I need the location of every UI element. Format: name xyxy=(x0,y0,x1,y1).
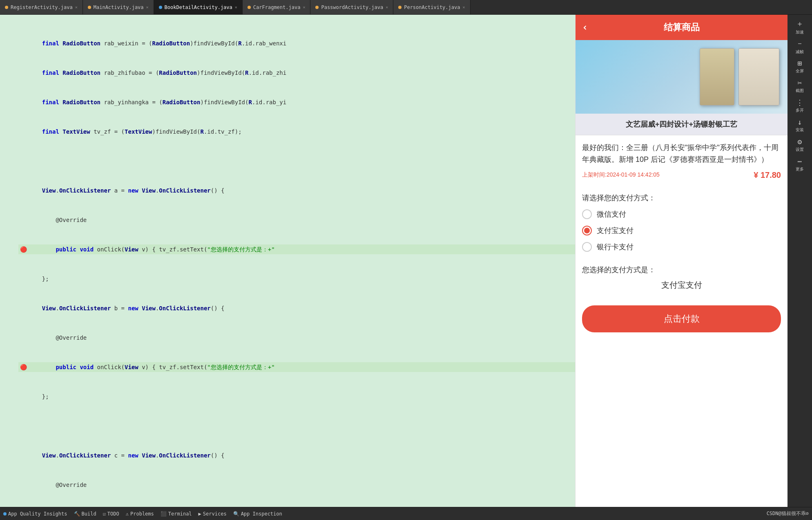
tab-person[interactable]: PersonActivity.java ✕ xyxy=(393,0,470,14)
tab-dot xyxy=(398,6,402,9)
tab-close[interactable]: ✕ xyxy=(75,5,78,9)
book-date: 上架时间:2024-01-09 14:42:05 xyxy=(582,171,660,179)
sidebar-screenshot-icon[interactable]: ✂ 截图 xyxy=(790,77,810,95)
sidebar-settings-icon[interactable]: ⚙ 设置 xyxy=(790,136,810,154)
tab-label: CarFragment.java xyxy=(253,4,301,10)
status-terminal[interactable]: ⬛ Terminal xyxy=(161,511,192,517)
book-info: 最好的我们：全三册（八月长安"振华中学"系列代表作，十周年典藏版。新增 10P … xyxy=(576,135,787,193)
selected-payment-value: 支付宝支付 xyxy=(582,278,781,292)
tab-bookdetail[interactable]: BookDetailActivity.java ✕ xyxy=(154,0,243,14)
app-inspection-icon: 🔍 xyxy=(233,511,239,517)
tab-label: BookDetailActivity.java xyxy=(165,4,232,10)
tab-close[interactable]: ✕ xyxy=(303,5,305,9)
tab-label: PersonActivity.java xyxy=(404,4,460,10)
payment-title: 请选择您的支付方式： xyxy=(582,193,781,203)
radio-inner-alipay xyxy=(584,228,590,233)
book-title: 最好的我们：全三册（八月长安"振华中学"系列代表作，十周年典藏版。新增 10P … xyxy=(582,142,781,166)
selected-payment-area: 您选择的支付方式是： 支付宝支付 xyxy=(576,265,787,299)
phone-header: ‹ 结算商品 xyxy=(576,15,787,40)
sidebar-fullscreen-icon[interactable]: ⊞ 全屏 xyxy=(790,57,810,75)
status-build-label: Build xyxy=(82,511,96,517)
csdn-label: CSDN@猫叔很不乖⊘ xyxy=(767,510,809,517)
tab-dot xyxy=(315,6,319,9)
phone-panel: ‹ 结算商品 文艺届威+四封设计+汤镖射银工艺 最好的我们：全三册（八月长安"振… xyxy=(575,15,787,507)
payment-label-alipay: 支付宝支付 xyxy=(597,226,634,235)
sidebar-multiopen-icon[interactable]: ⋮ 多开 xyxy=(790,96,810,114)
tab-main[interactable]: MainActivity.java ✕ xyxy=(83,0,154,14)
tab-dot xyxy=(5,6,8,9)
todo-icon: ☑ xyxy=(103,511,106,517)
book-cover-primary xyxy=(738,48,779,105)
status-services-label: Services xyxy=(203,511,227,517)
radio-bank[interactable] xyxy=(582,242,592,252)
payment-label-bank: 银行卡支付 xyxy=(597,242,634,252)
payment-section: 请选择您的支付方式： 微信支付 支付宝支付 银行卡支付 xyxy=(576,193,787,265)
services-icon: ▶ xyxy=(199,511,201,517)
back-button[interactable]: ‹ xyxy=(582,22,588,33)
tab-close[interactable]: ✕ xyxy=(462,5,465,9)
tab-close[interactable]: ✕ xyxy=(146,5,149,9)
book-price: ¥ 17.80 xyxy=(754,170,781,180)
tab-close[interactable]: ✕ xyxy=(386,5,388,9)
status-problems[interactable]: ⚠ Problems xyxy=(126,511,154,517)
status-bar: App Quality Insights 🔨 Build ☑ TODO ⚠ Pr… xyxy=(0,507,812,520)
sidebar-more-icon[interactable]: ⋯ 更多 xyxy=(790,155,810,173)
sidebar-add-icon[interactable]: ＋ 加速 xyxy=(790,18,810,36)
tab-label: MainActivity.java xyxy=(94,4,144,10)
terminal-icon: ⬛ xyxy=(161,511,167,517)
tab-dot xyxy=(248,6,251,9)
code-lines: final RadioButton rab_weixin = (RadioBut… xyxy=(18,19,575,507)
status-app-quality[interactable]: App Quality Insights xyxy=(3,511,67,517)
status-todo[interactable]: ☑ TODO xyxy=(103,511,119,517)
tab-bar: RegisterActivity.java ✕ MainActivity.jav… xyxy=(0,0,812,15)
tab-close[interactable]: ✕ xyxy=(235,5,237,9)
book-meta: 上架时间:2024-01-09 14:42:05 ¥ 17.80 xyxy=(582,170,781,180)
tab-car[interactable]: CarFragment.java ✕ xyxy=(243,0,311,14)
build-icon: 🔨 xyxy=(74,511,80,517)
tab-dot xyxy=(159,6,162,9)
book-cover-secondary xyxy=(700,48,734,105)
payment-option-weixin[interactable]: 微信支付 xyxy=(582,209,781,219)
status-app-inspection[interactable]: 🔍 App Inspection xyxy=(233,511,282,517)
problems-icon: ⚠ xyxy=(126,511,129,517)
status-dot xyxy=(3,512,7,516)
status-services[interactable]: ▶ Services xyxy=(199,511,227,517)
right-sidebar: ＋ 加速 － 减帧 ⊞ 全屏 ✂ 截图 ⋮ 多开 ↓ 安装 ⚙ 设置 ⋯ 更多 xyxy=(787,15,812,507)
selected-payment-title: 您选择的支付方式是： xyxy=(582,265,781,275)
status-app-inspection-label: App Inspection xyxy=(241,511,282,517)
radio-weixin[interactable] xyxy=(582,209,592,219)
tab-label: RegisterActivity.java xyxy=(11,4,73,10)
status-problems-label: Problems xyxy=(130,511,154,517)
csdn-watermark: CSDN@猫叔很不乖⊘ xyxy=(767,510,809,517)
code-content: final RadioButton rab_weixin = (RadioBut… xyxy=(0,15,575,507)
header-title: 结算商品 xyxy=(664,21,700,34)
payment-option-bank[interactable]: 银行卡支付 xyxy=(582,242,781,252)
status-terminal-label: Terminal xyxy=(168,511,192,517)
pay-button[interactable]: 点击付款 xyxy=(582,305,781,332)
status-build[interactable]: 🔨 Build xyxy=(74,511,96,517)
code-editor: final RadioButton rab_weixin = (RadioBut… xyxy=(0,15,575,507)
status-app-quality-label: App Quality Insights xyxy=(8,511,67,517)
banner-text: 文艺届威+四封设计+汤镖射银工艺 xyxy=(576,114,787,135)
tab-dot xyxy=(88,6,91,9)
payment-option-alipay[interactable]: 支付宝支付 xyxy=(582,226,781,235)
status-todo-label: TODO xyxy=(107,511,119,517)
main-area: final RadioButton rab_weixin = (RadioBut… xyxy=(0,15,812,507)
radio-alipay[interactable] xyxy=(582,226,592,235)
tab-password[interactable]: PasswordActivity.java ✕ xyxy=(310,0,393,14)
sidebar-reduce-icon[interactable]: － 减帧 xyxy=(790,38,810,56)
pay-button-area: 点击付款 xyxy=(576,299,787,339)
tab-label: PasswordActivity.java xyxy=(321,4,383,10)
payment-label-weixin: 微信支付 xyxy=(597,209,626,219)
sidebar-install-icon[interactable]: ↓ 安装 xyxy=(790,116,810,134)
tab-register[interactable]: RegisterActivity.java ✕ xyxy=(0,0,83,14)
book-image-area xyxy=(576,40,787,114)
